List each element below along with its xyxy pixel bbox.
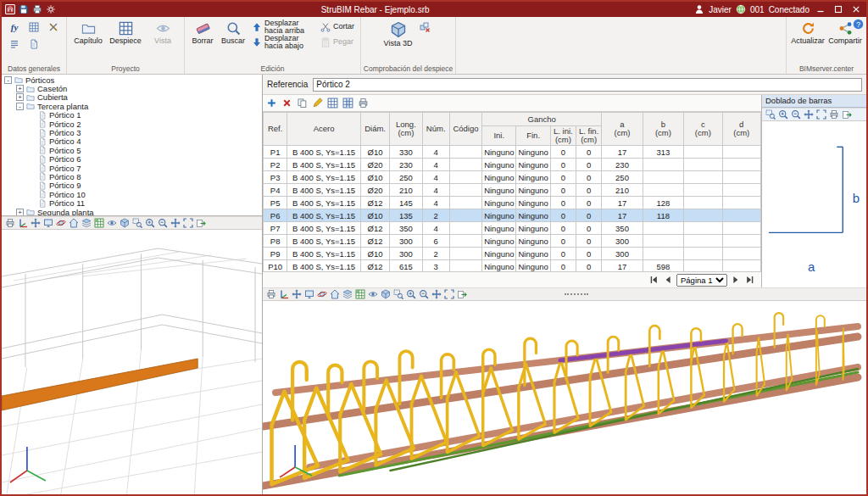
fy-steel-button[interactable]: fy bbox=[6, 20, 23, 34]
export-icon[interactable] bbox=[842, 109, 852, 120]
tree-item-cubierta[interactable]: +Cubierta bbox=[2, 93, 262, 102]
hand-icon[interactable] bbox=[431, 289, 442, 299]
table-row-p6[interactable]: P6B 400 S, Ys=1.15Ø101352NingunoNinguno0… bbox=[264, 209, 761, 222]
home-icon[interactable] bbox=[330, 289, 340, 299]
prev-page-button[interactable] bbox=[662, 274, 674, 286]
eye-icon[interactable] bbox=[368, 289, 378, 299]
notification-count[interactable]: 001 bbox=[750, 5, 765, 14]
fit-icon[interactable] bbox=[444, 289, 454, 299]
rebar-3d-viewport[interactable] bbox=[263, 301, 866, 494]
orbit-icon[interactable] bbox=[317, 289, 327, 299]
table-grid-icon[interactable] bbox=[327, 98, 338, 109]
axes-icon[interactable] bbox=[18, 218, 28, 228]
tree-item-segunda-planta[interactable]: +Segunda planta bbox=[2, 208, 262, 216]
export-icon[interactable] bbox=[196, 218, 206, 228]
expand-icon[interactable]: + bbox=[16, 85, 24, 92]
page-select[interactable]: Página 1 bbox=[676, 274, 727, 287]
close-button[interactable] bbox=[849, 3, 863, 15]
home-icon[interactable] bbox=[69, 218, 79, 228]
expand-icon[interactable]: + bbox=[16, 93, 24, 101]
tree-item-porticos[interactable]: -Pórticos bbox=[2, 75, 262, 84]
add-row-icon[interactable] bbox=[266, 98, 277, 109]
zoom-out-icon[interactable] bbox=[791, 109, 801, 120]
expand-icon[interactable]: + bbox=[16, 209, 24, 216]
axes-icon[interactable] bbox=[279, 289, 289, 299]
table-row-p1[interactable]: P1B 400 S, Ys=1.15Ø103304NingunoNinguno0… bbox=[264, 146, 761, 159]
zoom-in-icon[interactable] bbox=[145, 218, 155, 228]
app-logo-icon[interactable] bbox=[5, 4, 15, 14]
despiece-button[interactable]: Despiece bbox=[108, 20, 142, 46]
vista-button[interactable]: Vista bbox=[146, 20, 180, 46]
move-down-button[interactable]: Desplazar hacia abajo bbox=[250, 35, 315, 49]
table-row-p4[interactable]: P4B 400 S, Ys=1.15Ø202104NingunoNinguno0… bbox=[264, 184, 761, 197]
collapse-icon[interactable]: - bbox=[16, 103, 24, 110]
tree-item-portico-7[interactable]: Pórtico 7 bbox=[2, 164, 262, 172]
eye-icon[interactable] bbox=[107, 218, 117, 228]
tree-item-tercera-planta[interactable]: -Tercera planta bbox=[2, 102, 262, 110]
tree-item-portico-11[interactable]: Pórtico 11 bbox=[2, 198, 262, 207]
errors-view-button[interactable] bbox=[416, 20, 433, 34]
shade-icon[interactable] bbox=[381, 289, 391, 299]
tree-item-portico-8[interactable]: Pórtico 8 bbox=[2, 172, 262, 181]
tree-item-portico-9[interactable]: Pórtico 9 bbox=[2, 181, 262, 190]
export-icon[interactable] bbox=[457, 289, 467, 299]
table-row-p7[interactable]: P7B 400 S, Ys=1.15Ø123504NingunoNinguno0… bbox=[264, 222, 761, 235]
shade-icon[interactable] bbox=[120, 218, 130, 228]
buscar-button[interactable]: Buscar bbox=[220, 20, 247, 46]
hand-icon[interactable] bbox=[170, 218, 181, 228]
maximize-button[interactable] bbox=[832, 3, 845, 15]
zoom-in-icon[interactable] bbox=[406, 289, 416, 299]
views-icon[interactable] bbox=[43, 218, 53, 228]
doblado-preview[interactable]: b a bbox=[762, 121, 866, 287]
tree-item-portico-10[interactable]: Pórtico 10 bbox=[2, 190, 262, 198]
cortar-button[interactable]: Cortar bbox=[319, 20, 356, 34]
table-row-p9[interactable]: P9B 400 S, Ys=1.15Ø103002NingunoNinguno0… bbox=[264, 248, 761, 260]
vista-3d-button[interactable]: Vista 3D bbox=[384, 20, 413, 48]
delete-row-icon[interactable] bbox=[281, 98, 292, 109]
list-button[interactable] bbox=[6, 36, 23, 51]
splitter-handle[interactable] bbox=[565, 293, 588, 295]
pan-icon[interactable] bbox=[31, 218, 41, 228]
table-row-p2[interactable]: P2B 400 S, Ys=1.15Ø202304NingunoNinguno0… bbox=[264, 159, 761, 171]
print-icon[interactable] bbox=[358, 98, 369, 109]
layers-icon[interactable] bbox=[342, 289, 353, 299]
table-columns-icon[interactable] bbox=[342, 98, 353, 109]
table-row-p8[interactable]: P8B 400 S, Ys=1.15Ø123006NingunoNinguno0… bbox=[264, 235, 761, 248]
zoom-window-icon[interactable] bbox=[393, 289, 403, 299]
grid-color-icon[interactable] bbox=[355, 289, 365, 299]
tree-item-portico-2[interactable]: Pórtico 2 bbox=[2, 120, 262, 128]
print-icon[interactable] bbox=[266, 289, 276, 299]
edit-row-icon[interactable] bbox=[312, 98, 323, 109]
zoom-out-icon[interactable] bbox=[158, 218, 168, 228]
tree-item-portico-5[interactable]: Pórtico 5 bbox=[2, 146, 262, 154]
layers-icon[interactable] bbox=[81, 218, 92, 228]
copy-row-icon[interactable] bbox=[297, 98, 308, 109]
capitulo-button[interactable]: Capítulo bbox=[71, 20, 105, 46]
zoom-window-icon[interactable] bbox=[132, 218, 142, 228]
last-page-button[interactable] bbox=[744, 274, 756, 286]
print-icon[interactable] bbox=[829, 109, 839, 120]
tree-item-portico-4[interactable]: Pórtico 4 bbox=[2, 137, 262, 146]
collapse-icon[interactable]: - bbox=[4, 76, 12, 84]
model-3d-viewport[interactable] bbox=[2, 230, 262, 494]
options-button[interactable] bbox=[45, 20, 62, 34]
tree-item-portico-1[interactable]: Pórtico 1 bbox=[2, 111, 262, 120]
referencia-input[interactable] bbox=[313, 78, 862, 92]
print-icon[interactable] bbox=[32, 4, 42, 14]
pegar-button[interactable]: Pegar bbox=[319, 35, 356, 49]
zoom-in-icon[interactable] bbox=[778, 109, 788, 120]
save-icon[interactable] bbox=[19, 4, 29, 14]
pan-icon[interactable] bbox=[804, 109, 814, 120]
print-icon[interactable] bbox=[5, 218, 15, 228]
first-page-button[interactable] bbox=[648, 274, 659, 286]
actualizar-button[interactable]: Actualizar bbox=[791, 20, 825, 46]
tree-item-portico-6[interactable]: Pórtico 6 bbox=[2, 155, 262, 164]
orbit-icon[interactable] bbox=[56, 218, 66, 228]
user-name[interactable]: Javier bbox=[709, 5, 732, 14]
help-button[interactable]: ? bbox=[853, 19, 864, 30]
next-page-button[interactable] bbox=[730, 274, 742, 286]
fit-icon[interactable] bbox=[183, 218, 193, 228]
bimserver-globe-icon[interactable] bbox=[736, 4, 746, 14]
table-row-p5[interactable]: P5B 400 S, Ys=1.15Ø121454NingunoNinguno0… bbox=[264, 197, 761, 209]
grid-color-icon[interactable] bbox=[94, 218, 104, 228]
